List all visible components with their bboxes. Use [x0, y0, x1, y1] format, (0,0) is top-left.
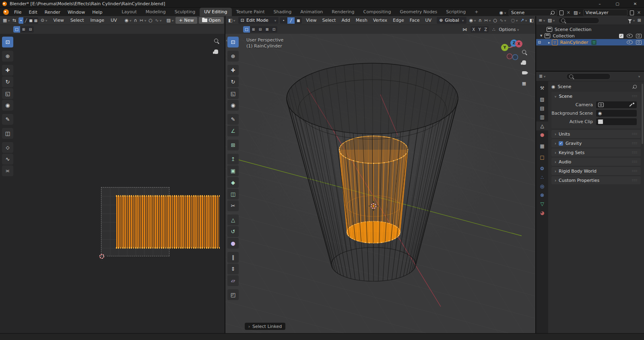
viewport-menu-mesh[interactable]: Mesh: [353, 18, 370, 23]
show-gizmo-button[interactable]: ↗∨: [519, 18, 528, 23]
viewport-tool-rotate[interactable]: ↻: [227, 76, 239, 87]
drag-handle-icon[interactable]: ∷∷: [632, 178, 638, 182]
uv-tool-scale[interactable]: ◱: [2, 88, 13, 99]
drag-handle-icon[interactable]: ∷∷: [632, 150, 638, 155]
properties-options-button[interactable]: ∨: [638, 75, 640, 78]
collapsed-panel-rigid-body-world[interactable]: › ✓ Rigid Body World ∷∷: [551, 167, 641, 175]
uv-menu-image[interactable]: Image: [87, 18, 107, 23]
outliner-row-raincylinder[interactable]: ⊡ ▶ ▽ RainCylinder ▽: [536, 39, 644, 45]
mirror-x-toggle[interactable]: X: [471, 26, 477, 33]
scene-new-copy-button[interactable]: [559, 10, 564, 15]
uv-tool-cursor-2d[interactable]: ⊕: [2, 51, 13, 62]
uv-tool-relax-brush[interactable]: ∿: [2, 154, 13, 165]
pin-icon[interactable]: [632, 84, 638, 89]
mirror-y-toggle[interactable]: Y: [477, 26, 483, 33]
outliner-display-mode-button[interactable]: ≡∨: [537, 18, 547, 23]
viewport-tool-edge-slide[interactable]: ∥: [227, 252, 239, 263]
eyedropper-icon[interactable]: [630, 103, 635, 107]
snap-toggle[interactable]: ∩: [477, 18, 483, 23]
workspace-tab-modeling[interactable]: Modeling: [141, 8, 170, 16]
hide-eye-icon[interactable]: [627, 34, 633, 38]
uv-snap-with-button[interactable]: ∺∨: [138, 18, 148, 23]
scrollbar[interactable]: [642, 84, 643, 144]
menu-window[interactable]: Window: [64, 8, 89, 16]
properties-tab-output[interactable]: ▤: [536, 104, 548, 113]
outliner-filter-id-button[interactable]: ▨∨: [547, 18, 556, 23]
properties-tab-physics[interactable]: ◎: [536, 182, 548, 191]
viewport-menu-view[interactable]: View: [303, 18, 319, 23]
viewport-tool-scale[interactable]: ◱: [227, 88, 239, 99]
uv-proportional-edit-toggle[interactable]: ○: [147, 18, 154, 23]
workspace-tab-shading[interactable]: Shading: [269, 8, 296, 16]
uv-menu-uv[interactable]: UV: [107, 18, 120, 23]
workspace-tab-texture-paint[interactable]: Texture Paint: [232, 8, 269, 16]
viewport-tool-measure[interactable]: ∠: [227, 126, 239, 136]
viewport-tool-shear[interactable]: ▱: [227, 275, 239, 286]
operator-panel[interactable]: › Select Linked: [245, 323, 285, 330]
element-mode-edge[interactable]: ╱: [287, 17, 295, 24]
viewlayer-name-field[interactable]: ViewLayer: [583, 9, 627, 16]
uv-canvas[interactable]: ⊡⊕✚↻◱◉✎◫⬦∿≍: [0, 34, 225, 333]
expand-icon[interactable]: ▼: [540, 34, 542, 37]
properties-tab-world[interactable]: ●: [536, 130, 548, 139]
properties-tab-material[interactable]: ◕: [536, 208, 548, 217]
workspace-tab-sculpting[interactable]: Sculpting: [170, 8, 200, 16]
uv-tool-move[interactable]: ✚: [2, 65, 13, 76]
collapsed-panel-keying-sets[interactable]: › ✓ Keying Sets ∷∷: [551, 148, 641, 157]
marquee-mode-extend[interactable]: ⊞: [250, 26, 257, 33]
scene-panel-header[interactable]: ∨ Scene ∷∷: [551, 92, 641, 101]
menu-render[interactable]: Render: [41, 8, 64, 16]
properties-tab-tool[interactable]: ⚒: [536, 84, 548, 93]
uv-tool-rip-region[interactable]: ◫: [2, 128, 13, 139]
maximize-button[interactable]: ▢: [609, 0, 626, 7]
properties-tab-render[interactable]: ▨: [536, 95, 548, 104]
workspace-tab-compositing[interactable]: Compositing: [359, 8, 396, 16]
snap-with-button[interactable]: ∺∨: [483, 18, 492, 23]
uv-snap-toggle[interactable]: ∩: [133, 18, 138, 23]
marquee-mode-set[interactable]: □: [243, 26, 250, 33]
disable-render-icon[interactable]: [636, 40, 642, 45]
uv-select-mode-vertex[interactable]: •: [19, 17, 23, 24]
uv-editor-type-button[interactable]: ▦∨: [2, 18, 11, 23]
workspace-tab-animation[interactable]: Animation: [296, 8, 327, 16]
uv-tool-transform[interactable]: ◉: [2, 100, 13, 111]
element-mode-vertex[interactable]: •: [280, 17, 287, 24]
uv-falloff-button[interactable]: ∿∨: [154, 18, 163, 23]
uv-tool-rotate[interactable]: ↻: [2, 76, 13, 87]
viewport-tool-cursor-3d[interactable]: ⊕: [227, 51, 239, 62]
marquee-mode-subtract[interactable]: ⊟: [257, 26, 264, 33]
viewport-tool-knife[interactable]: ✂: [227, 200, 239, 211]
viewport-tool-extrude-region[interactable]: ↥: [227, 154, 239, 165]
open-image-button[interactable]: Open: [199, 17, 224, 24]
viewlayer-remove-button[interactable]: ✕: [636, 10, 642, 15]
viewport-menu-face[interactable]: Face: [407, 18, 423, 23]
drag-handle-icon[interactable]: ∷∷: [632, 94, 638, 98]
viewport-menu-select[interactable]: Select: [319, 18, 339, 23]
uv-sync-selection-toggle[interactable]: ⇆: [11, 18, 17, 23]
workspace-tab-add-workspace[interactable]: +: [470, 8, 483, 16]
viewport-tool-poly-build[interactable]: △: [227, 214, 239, 225]
properties-search-input[interactable]: [566, 73, 611, 80]
camera-field[interactable]: [596, 101, 637, 108]
uv-tool-pinch-brush[interactable]: ≍: [2, 165, 13, 176]
marquee-mode-intersect[interactable]: ⊡: [270, 26, 277, 33]
uv-select-mode-edge[interactable]: ╱: [23, 17, 28, 24]
shading-mode-button[interactable]: ◧: [528, 18, 535, 23]
workspace-tab-rendering[interactable]: Rendering: [327, 8, 359, 16]
outliner-row-scene-collection[interactable]: Scene Collection: [536, 26, 644, 33]
pivot-point-button[interactable]: ◉∨: [468, 18, 477, 23]
uv-menu-view[interactable]: View: [50, 18, 67, 23]
drag-handle-icon[interactable]: ∷∷: [632, 169, 638, 173]
viewport-menu-uv[interactable]: UV: [423, 18, 435, 23]
drag-handle-icon[interactable]: ∷∷: [632, 132, 638, 136]
uv-marquee-mode-extend[interactable]: ⊞: [20, 26, 27, 33]
workspace-tab-uv-editing[interactable]: UV Editing: [200, 8, 231, 16]
collapsed-panel-custom-properties[interactable]: › ✓ Custom Properties ∷∷: [551, 176, 641, 184]
viewport-editor-type-button[interactable]: ◧∨: [227, 18, 237, 23]
mirror-z-toggle[interactable]: Z: [483, 26, 489, 33]
disable-render-icon[interactable]: [636, 34, 642, 38]
viewport-tool-move[interactable]: ✚: [227, 65, 239, 76]
zoom-icon[interactable]: [213, 37, 220, 44]
blender-menu-icon[interactable]: [3, 9, 9, 15]
uv-island-selected[interactable]: [116, 196, 219, 248]
